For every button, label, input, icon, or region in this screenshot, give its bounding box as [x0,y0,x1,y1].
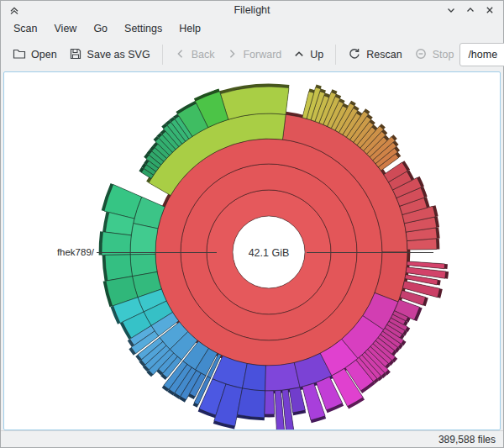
directory-label[interactable]: fhek789/ [57,247,95,257]
up-button[interactable]: Up [287,44,329,66]
center-size-label: 42.1 GiB [249,247,290,259]
location-combobox[interactable] [459,43,504,66]
segment[interactable] [289,387,305,413]
menu-view[interactable]: View [46,21,86,36]
forward-label: Forward [243,49,281,61]
save-as-svg-button[interactable]: Save as SVG [63,43,156,67]
filelight-window: Filelight Scan View Go Settings Help Ope… [0,0,504,448]
up-label: Up [310,49,323,61]
folder-open-icon [13,47,26,63]
segment[interactable] [265,363,300,391]
window-title: Filelight [1,4,503,16]
location-input[interactable] [460,44,504,66]
close-icon[interactable] [484,4,496,16]
stop-icon [414,47,428,63]
forward-button[interactable]: Forward [220,44,287,66]
menu-settings[interactable]: Settings [116,21,171,36]
menu-help[interactable]: Help [171,21,209,36]
rescan-label: Rescan [366,49,402,61]
titlebar[interactable]: Filelight [1,1,503,18]
menubar: Scan View Go Settings Help [1,18,503,38]
rescan-button[interactable]: Rescan [342,43,407,67]
up-icon [293,48,305,62]
maximize-icon[interactable] [465,4,476,16]
forward-icon [226,48,238,62]
statusbar: 389,588 files [1,430,503,447]
toolbar-separator [335,45,336,65]
minimize-icon[interactable] [445,4,457,16]
disk-usage-sunburst[interactable]: fhek789/42.1 GiB [4,72,500,430]
segment[interactable] [102,232,131,256]
save-label: Save as SVG [87,49,150,61]
status-files: 389,588 files [438,434,496,445]
open-label: Open [31,49,57,61]
segment[interactable] [237,388,265,418]
map-view: fhek789/42.1 GiB [3,71,501,430]
segment[interactable] [130,224,158,255]
open-button[interactable]: Open [7,43,63,67]
back-label: Back [192,49,215,61]
toolbar: Open Save as SVG Back Forward Up [1,38,503,71]
toolbar-separator [162,45,163,65]
rescan-icon [348,47,361,63]
segment[interactable] [265,391,275,414]
menu-go[interactable]: Go [85,21,116,36]
save-icon [69,47,82,63]
stop-button[interactable]: Stop [408,43,460,67]
back-icon [175,48,186,62]
menu-scan[interactable]: Scan [5,21,46,36]
back-button[interactable]: Back [169,44,221,66]
stop-label: Stop [433,49,454,61]
